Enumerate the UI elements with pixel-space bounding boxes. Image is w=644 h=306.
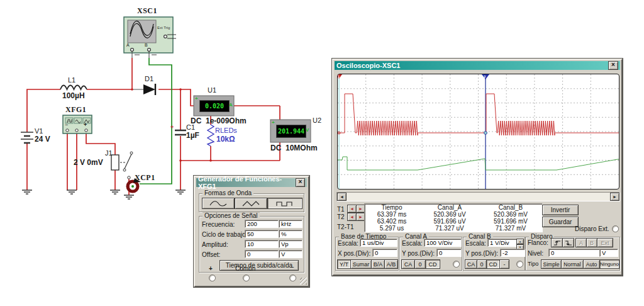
timebase-xpos-label: X pos.(Div): <box>338 250 370 257</box>
multisim-workspace: { "icons": { "close": "×", "arrow_left":… <box>0 0 644 306</box>
ext-trigger-label: Disparo Ext. <box>575 225 609 232</box>
triangle-wave-button[interactable] <box>235 198 267 209</box>
save-button[interactable]: Guardar <box>542 217 579 227</box>
switch-j1[interactable] <box>111 152 133 171</box>
scope-display[interactable]: 1 2 <box>337 74 619 190</box>
channel-b-scale-input[interactable] <box>487 239 519 247</box>
t2-left-button[interactable]: ◄ <box>347 213 357 221</box>
square-wave-button[interactable] <box>267 198 303 209</box>
ext-trigger-radio[interactable] <box>612 225 619 232</box>
trigger-source-a-button[interactable]: A <box>575 238 587 247</box>
trigger-level-input[interactable] <box>548 249 601 257</box>
sine-wave-button[interactable] <box>202 198 235 209</box>
fg-plus-terminal[interactable] <box>209 275 216 281</box>
battery-v1[interactable] <box>21 132 33 143</box>
trigger-level-unit-field[interactable] <box>599 249 618 257</box>
trigger-edge-label: Flanco: <box>528 239 548 246</box>
resistor-rleds[interactable] <box>208 125 214 146</box>
frequency-input[interactable] <box>245 220 279 228</box>
channel-b-cd-button[interactable]: CD <box>486 259 500 269</box>
trigger-type-normal-button[interactable]: Normal <box>561 259 584 269</box>
rise-fall-time-button[interactable]: Tiempo de subida/caída <box>219 260 299 271</box>
timebase-scale-input[interactable] <box>360 239 397 247</box>
readout-col-time: Tiempo <box>365 204 419 211</box>
t2-left-arrow-icon: ◄ <box>350 215 354 219</box>
channel-b-zero-button[interactable]: 0 <box>477 259 487 269</box>
timebase-xpos-input[interactable] <box>372 249 397 257</box>
channel-a-ypos-input[interactable] <box>436 249 462 257</box>
timebase-mode-ab-button[interactable]: A/B <box>384 259 398 269</box>
amplitude-input[interactable] <box>245 240 279 248</box>
timebase-mode-yt-button[interactable]: Y/T <box>337 259 351 269</box>
function-generator-window[interactable]: Generador de Funciones-XFG1 × Formas de … <box>194 176 309 287</box>
scope-close-button[interactable]: × <box>608 61 618 70</box>
t1-left-arrow-icon: ◄ <box>350 207 354 211</box>
fg-plus-terminal-label: + <box>209 265 213 272</box>
t1-left-button[interactable]: ◄ <box>347 205 357 213</box>
u1-unit-mark: A <box>229 102 233 108</box>
scope-titlebar[interactable]: Osciloscopio-XSC1 × <box>335 61 620 70</box>
trigger-type-ninguno-button[interactable]: Ninguno <box>599 259 619 269</box>
u1-caption-label: DC 1e-009Ohm <box>191 116 247 125</box>
duty-cycle-label: Ciclo de trabajo: <box>202 231 247 238</box>
t2-t1-canal-a-value: 71.327 uV <box>419 225 480 232</box>
invert-button[interactable]: Invertir <box>542 205 579 215</box>
rising-edge-button[interactable] <box>551 238 563 247</box>
j1-value-label: 2 V 0mV <box>74 158 103 167</box>
falling-edge-button[interactable] <box>562 238 574 247</box>
diode-d1[interactable] <box>143 84 155 95</box>
trigger-type-auto-button[interactable]: Auto <box>583 259 600 269</box>
fg-waveform-group: Formas de Onda <box>199 193 304 212</box>
channel-a-ca-button[interactable]: CA <box>401 259 415 269</box>
channel-a-cd-button[interactable]: CD <box>425 259 440 269</box>
oscilloscope-window[interactable]: Osciloscopio-XSC1 × 1 2 ◄ ► T1 ◄ ► T2 ◄ … <box>332 59 623 276</box>
timebase-mode-sumar-button[interactable]: Sumar <box>350 259 372 269</box>
channel-b-radio[interactable] <box>516 261 523 268</box>
frequency-unit-field[interactable] <box>279 220 303 228</box>
inductor-l1[interactable] <box>60 86 87 90</box>
channel-a-radio[interactable] <box>453 261 460 268</box>
timebase-mode-ba-button[interactable]: B/A <box>371 259 385 269</box>
scroll-left-arrow[interactable]: ◄ <box>337 193 347 201</box>
offset-unit-field[interactable] <box>279 250 303 258</box>
xfg1-label: XFG1 <box>65 105 86 115</box>
trigger-type-simple-button[interactable]: Simple <box>541 259 562 269</box>
cursor-2-number: 2 <box>484 75 486 79</box>
fg-minus-terminal[interactable] <box>289 275 296 281</box>
square-wave-icon <box>275 200 294 207</box>
channel-b-ca-button[interactable]: CA <box>465 259 477 269</box>
u2-plus-mark: + <box>272 120 275 125</box>
fg-minus-terminal-label: − <box>291 264 294 271</box>
capacitor-c1[interactable] <box>175 130 186 135</box>
fg-close-button[interactable]: × <box>296 178 305 187</box>
readout-col-canal-b: Canal_B <box>480 204 541 211</box>
j1-ref-label: J1 <box>105 149 113 157</box>
fg-resize-grip[interactable] <box>300 278 307 285</box>
trigger-source-ext-button[interactable]: Ext <box>597 238 613 247</box>
scroll-right-arrow[interactable]: ► <box>610 193 619 201</box>
trigger-source-b-button[interactable]: B <box>586 238 597 247</box>
channel-b-minus-button[interactable]: - <box>499 259 509 269</box>
channel-a-group: Canal A Escala: Y pos.(Div): CA 0 CD <box>399 237 462 271</box>
duty-cycle-input[interactable] <box>245 230 279 238</box>
offset-input[interactable] <box>245 250 279 258</box>
fg-common-terminal[interactable] <box>243 275 250 281</box>
t2-t1-time-value: 5.297 us <box>365 225 419 232</box>
channel-b-group: Canal B Escala: ▲ ▼ Y pos.(Div): CA 0 CD… <box>463 237 525 271</box>
u1-ref-label: U1 <box>208 86 216 94</box>
t2-time-value: 63.402 ms <box>365 218 419 225</box>
channel-a-zero-button[interactable]: 0 <box>414 259 426 269</box>
readout-header-row: Tiempo Canal_A Canal_B <box>365 204 542 211</box>
scope-scrollbar[interactable]: ◄ ► <box>336 192 620 201</box>
duty-cycle-unit-field[interactable] <box>279 230 303 238</box>
channel-a-scale-input[interactable] <box>424 239 462 247</box>
oscilloscope-icon-xsc1[interactable] <box>124 17 176 58</box>
t1-time-value: 63.397 ms <box>365 211 419 218</box>
spinner-up-icon[interactable]: ▲ <box>516 239 524 244</box>
channel-b-ypos-input[interactable] <box>500 249 525 257</box>
fg-titlebar[interactable]: Generador de Funciones-XFG1 × <box>196 178 307 187</box>
cursor-1-number: 1 <box>338 75 340 79</box>
l1-value-label: 100µH <box>62 91 85 100</box>
amplitude-unit-field[interactable] <box>279 240 303 248</box>
xsc1-label: XSC1 <box>137 6 157 16</box>
